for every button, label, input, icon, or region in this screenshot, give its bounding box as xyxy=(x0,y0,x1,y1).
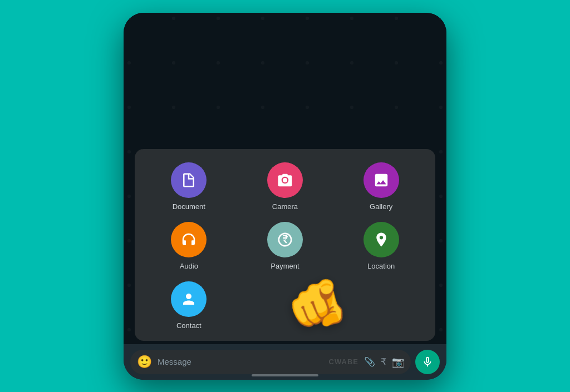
contact-icon-circle xyxy=(171,281,207,317)
attachment-item-audio[interactable]: Audio xyxy=(144,222,234,270)
attachment-menu: Document Camera Galle xyxy=(135,149,435,341)
camera-icon xyxy=(277,172,293,188)
attachment-grid: Document Camera Galle xyxy=(144,162,426,330)
phone-container: Document Camera Galle xyxy=(124,13,446,380)
rupee-bottom-icon: ₹ xyxy=(381,356,386,367)
attachment-icon: 📎 xyxy=(364,356,375,367)
location-icon-circle xyxy=(363,222,399,257)
emoji-button[interactable]: 🙂 xyxy=(137,355,152,369)
location-pin-icon xyxy=(373,231,390,248)
home-indicator xyxy=(252,374,318,376)
payment-label: Payment xyxy=(271,262,299,270)
attachment-item-gallery[interactable]: Gallery xyxy=(336,162,426,211)
contact-person-icon xyxy=(180,291,197,307)
location-label: Location xyxy=(367,262,395,270)
mic-button[interactable] xyxy=(415,350,440,374)
watermark: CWABE xyxy=(329,358,358,366)
contact-label: Contact xyxy=(176,321,202,330)
attachment-item-camera[interactable]: Camera xyxy=(240,162,331,211)
attachment-item-location[interactable]: Location xyxy=(336,222,426,270)
document-icon-circle xyxy=(171,162,207,198)
message-input-area[interactable]: 🙂 Message CWABE 📎 ₹ 📷 xyxy=(130,350,411,374)
camera-icon-circle xyxy=(267,162,303,198)
rupee-icon xyxy=(277,231,293,248)
attachment-item-document[interactable]: Document xyxy=(144,162,234,211)
gallery-label: Gallery xyxy=(370,202,392,211)
gallery-icon xyxy=(373,172,390,188)
document-label: Document xyxy=(173,202,205,211)
headphones-icon xyxy=(180,231,197,248)
camera-bottom-icon[interactable]: 📷 xyxy=(392,356,404,368)
gallery-icon-circle xyxy=(363,162,399,198)
audio-icon-circle xyxy=(171,222,207,257)
payment-icon-circle xyxy=(267,222,303,257)
mic-icon xyxy=(421,356,434,368)
message-placeholder: Message xyxy=(158,357,323,366)
attachment-item-payment[interactable]: Payment xyxy=(240,222,331,270)
audio-label: Audio xyxy=(180,262,198,270)
camera-label: Camera xyxy=(272,202,298,211)
attachment-item-contact[interactable]: Contact xyxy=(144,281,234,330)
document-icon xyxy=(180,172,197,188)
